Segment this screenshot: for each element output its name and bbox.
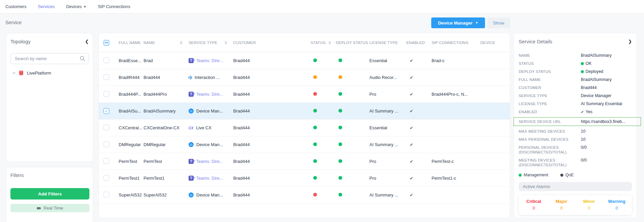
filters-title: Filters [10,173,89,178]
table-body: BradEsse... Brad TTeams: Dire... Brad444… [99,52,510,204]
sort-icon[interactable] [328,41,331,44]
status-dot [313,58,317,62]
column-deploy-status[interactable]: DEPLOY STATUS [336,41,369,45]
table-row[interactable]: BradEsse... Brad TTeams: Dire... Brad444… [99,52,510,69]
table-row[interactable]: PermTest PermTest TTeams: Dire... Brad44… [99,153,510,170]
table-row[interactable]: PermTest1 PermTest1 TTeams: Dire... Brad… [99,170,510,187]
detail-value: BradAISummary [581,77,612,82]
column-enabled[interactable]: ENABLED [406,41,432,45]
cell-name: Brad [144,58,189,63]
detail-label: MAX MEETING DEVICES [519,129,581,134]
service-type-label[interactable]: Teams: Dire... [196,58,223,63]
collapse-left-icon[interactable]: ❮ [85,39,89,44]
status-dot [313,176,317,180]
cell-deploy-status [336,75,369,80]
service-type-label: Device Man... [196,142,223,147]
alarm-label: Minor [575,199,603,204]
row-checkbox[interactable] [104,74,109,80]
real-time-button[interactable]: ∞ Real Time [10,204,89,212]
service-type-label[interactable]: Teams: Dire... [196,176,223,181]
cell-sip-connections: PermTest-c [432,159,480,164]
detail-field-highlighted: SERVICE DEVICE URL https://sandbox3.fine… [514,118,641,126]
status-dot [313,159,317,163]
detail-value: AI Summary Essential [581,101,622,106]
cell-deploy-status [336,192,369,197]
nav-item-customers[interactable]: Customers [5,4,27,9]
deploy-status-dot [338,58,342,62]
status-dot [581,70,584,73]
enabled-check-icon: ✔ [410,193,413,197]
detail-label: MAX PERSONAL DEVICES [519,137,581,142]
detail-label: SERVICE DEVICE URL [519,119,581,124]
filters-panel: Filters Add Filters ∞ Real Time [6,167,93,222]
service-type-label[interactable]: Teams: Dire... [196,92,223,97]
nav-item-devices[interactable]: Devices▼ [66,4,86,9]
nav-item-sip-connections[interactable]: SIP Connections [98,4,130,9]
detail-label: FULL NAME [519,77,581,82]
service-type-label: Interaction ... [195,75,220,80]
column-device[interactable]: DEVICE [480,41,505,45]
select-all-checkbox[interactable] [104,40,109,46]
nav-items: CustomersServicesDevices▼SIP Connections [5,4,130,9]
row-checkbox[interactable] [104,125,109,130]
column-service-type[interactable]: SERVICE TYPE [189,41,233,45]
detail-value: Yes [586,109,592,114]
cell-license-type: Pro [369,92,406,97]
collapse-right-icon[interactable]: ❯ [628,39,632,44]
cell-deploy-status [336,125,369,130]
device-manager-button[interactable]: Device Manager ▼ [431,17,485,28]
detail-field: STATUS OK [519,61,632,66]
row-checkbox[interactable] [104,57,109,63]
cell-full-name: SuperAI532 [119,192,144,197]
table-row[interactable]: CXCentral... CXCentralOne-CX CXLive CX B… [99,120,510,136]
table-row[interactable]: Brad444P... Brad444Pro TTeams: Dire... B… [99,86,510,103]
alarm-label: Warning [603,199,631,204]
row-checkbox[interactable] [104,91,109,97]
deploy-status-dot [338,92,342,96]
cell-sip-connections: Brad444Pro-c, N... [432,92,480,97]
table-row[interactable]: ✓ BradAISu... BradAISummary Device Man..… [99,103,510,120]
row-checkbox[interactable] [104,192,109,197]
cell-license-type: AI Summary ... [369,142,406,147]
add-filters-button[interactable]: Add Filters [10,188,89,199]
table-row[interactable]: BradIR444 Brad444 Interaction ... Brad44… [99,69,510,86]
table-row[interactable]: DMRegular DMRegular Device Man... Brad44… [99,136,510,153]
column-customer[interactable]: CUSTOMER [233,41,311,45]
legend-dot [560,174,563,177]
cell-service-type: TTeams: Dire... [189,92,233,97]
tree-item-liveplatform[interactable]: ▷ LivePlatform [10,70,89,76]
teams-icon: T [189,159,194,164]
cell-name: PermTest [144,159,189,164]
row-checkbox[interactable] [104,141,109,147]
status-dot [581,62,584,65]
detail-value: https://sandbox3.fineb... [581,119,626,124]
row-checkbox[interactable] [104,158,109,164]
table-row[interactable]: SuperAI532 SuperAI532 Device Man... Brad… [99,187,510,204]
cell-deploy-status [336,58,369,63]
expand-arrow-icon[interactable]: ▷ [13,71,15,75]
column-license-type[interactable]: LICENSE TYPE [369,41,406,45]
nav-item-label: Devices [66,4,82,9]
sort-icon[interactable] [180,41,183,44]
cell-customer: Brad444 [233,125,311,130]
legend-label: QoE [565,173,574,177]
top-navigation: CustomersServicesDevices▼SIP Connections [0,0,644,13]
column-name[interactable]: NAME [144,41,189,45]
row-checkbox[interactable] [104,175,109,181]
cell-license-type: Pro [369,176,406,181]
deploy-status-dot [338,75,342,79]
detail-field: MAX PERSONAL DEVICES 10 [519,137,632,142]
sort-icon[interactable] [225,41,227,44]
status-dot [313,109,317,113]
column-sip-connections[interactable]: SIP CONNECTIONS [432,41,480,45]
enabled-check-icon: ✔ [410,176,413,181]
service-type-label[interactable]: Teams: Dire... [196,159,223,164]
column-full-name[interactable]: FULL NAME [119,41,144,45]
show-button[interactable]: Show [487,17,510,28]
search-input[interactable] [10,53,89,64]
column-status[interactable]: STATUS [311,41,336,45]
nav-item-services[interactable]: Services [38,4,55,9]
cell-sip-connections: PermTest1-c [432,176,480,181]
cell-enabled: ✔ [406,108,432,114]
row-checkbox[interactable]: ✓ [104,108,109,114]
